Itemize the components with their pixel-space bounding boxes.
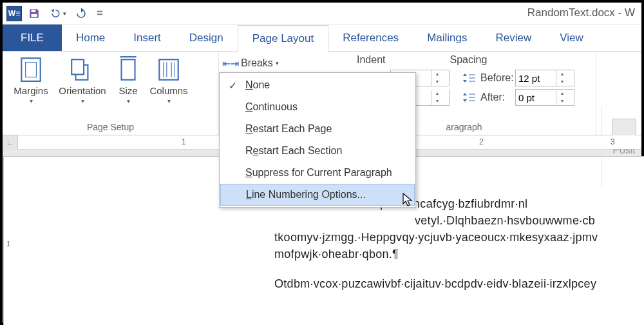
tab-home[interactable]: Home [62, 25, 119, 51]
svg-rect-1 [32, 14, 37, 17]
body-text: Otdbm·vcox·puzcawivbf·cijaituv·bcdpdv·ei… [274, 275, 644, 292]
menu-item-line-numbering-options[interactable]: Line Numbering Options... [220, 184, 415, 206]
spacing-after-input[interactable]: ▴▾ [515, 89, 574, 106]
tab-page-layout[interactable]: Page Layout [238, 25, 328, 52]
spacing-before-label: Before: [480, 72, 511, 84]
tab-file[interactable]: FILE [3, 25, 62, 51]
tab-review[interactable]: Review [481, 25, 545, 51]
document-title: RandomText.docx - W [527, 6, 635, 19]
margins-button[interactable]: Margins▾ [8, 54, 54, 104]
spin-down[interactable]: ▾ [431, 78, 442, 86]
word-icon: W≡ [6, 6, 22, 21]
tab-selector[interactable]: ∟ [3, 135, 18, 150]
spacing-before-icon [462, 72, 477, 84]
vertical-ruler[interactable]: 1 [3, 150, 3, 321]
undo-button[interactable]: ▾ [49, 8, 66, 19]
margins-icon [17, 55, 44, 83]
svg-rect-2 [21, 58, 40, 81]
tab-references[interactable]: References [328, 25, 413, 51]
svg-rect-5 [71, 59, 84, 74]
svg-rect-6 [122, 59, 135, 80]
spacing-after-label: After: [480, 92, 511, 103]
breaks-icon: ⇤⇥ [224, 57, 237, 69]
spin-up[interactable]: ▴ [431, 70, 442, 78]
indent-heading: Indent [357, 54, 385, 66]
body-text: mofpwjk·oheabr·qbon.¶ [274, 246, 644, 262]
spacing-after-icon [462, 92, 477, 103]
tab-insert[interactable]: Insert [119, 25, 175, 51]
repeat-button[interactable] [75, 8, 87, 19]
quick-access-toolbar: ▾ 〓 [28, 8, 104, 19]
title-bar: W≡ ▾ 〓 RandomText.docx - W [3, 3, 641, 25]
ribbon: Margins▾ Orientation▾ Size▾ Columns▾ [3, 52, 641, 135]
columns-button[interactable]: Columns▾ [146, 54, 192, 104]
svg-rect-8 [159, 59, 178, 80]
group-label-page-setup: Page Setup [8, 121, 213, 135]
orientation-button[interactable]: Orientation▾ [54, 54, 111, 104]
tab-view[interactable]: View [545, 25, 598, 51]
breaks-button[interactable]: ⇤⇥ Breaks▾ [219, 54, 328, 72]
body-text: vetyl.·Dlqhbaezn·hsvbouwwme·cb [274, 212, 644, 229]
columns-icon [155, 55, 182, 83]
qat-customize-button[interactable]: 〓 [96, 8, 104, 19]
size-icon [115, 55, 142, 83]
group-page-setup: Margins▾ Orientation▾ Size▾ Columns▾ [3, 52, 219, 135]
orientation-icon [69, 55, 96, 83]
tab-design[interactable]: Design [175, 25, 238, 51]
menu-item-continuous[interactable]: Continuous [220, 96, 415, 118]
svg-rect-3 [26, 63, 37, 77]
line-numbers-menu: NNoneone Continuous Restart Each Page Re… [219, 72, 416, 208]
body-text: tkoomyv·jzmgg.·Heppgvqy·ycjuvb·yaceoucx·… [274, 229, 644, 246]
menu-item-none[interactable]: NNoneone [220, 74, 415, 96]
tab-mailings[interactable]: Mailings [413, 25, 481, 51]
menu-item-suppress[interactable]: Suppress for Current Paragraph [220, 162, 415, 184]
spacing-heading: Spacing [450, 54, 487, 66]
menu-item-restart-page[interactable]: Restart Each Page [220, 118, 415, 140]
svg-rect-0 [32, 10, 36, 12]
ribbon-tabs: FILE Home Insert Design Page Layout Refe… [3, 25, 641, 52]
size-button[interactable]: Size▾ [111, 54, 146, 104]
menu-item-restart-section[interactable]: Restart Each Section [220, 140, 415, 162]
spacing-before-input[interactable]: ▴▾ [515, 70, 574, 86]
save-button[interactable] [28, 8, 40, 19]
